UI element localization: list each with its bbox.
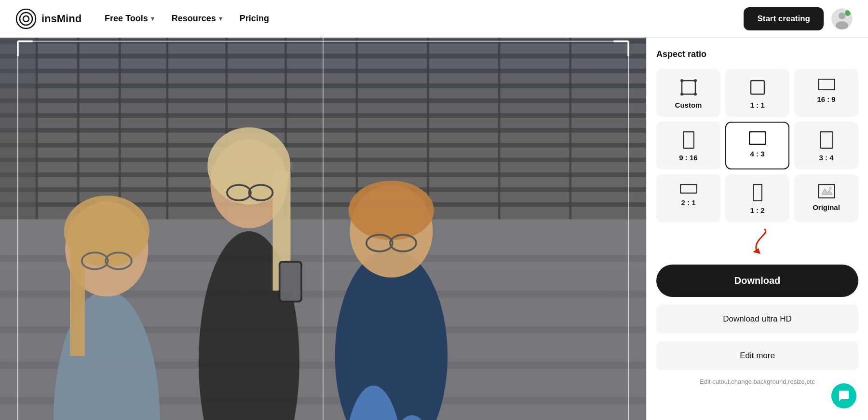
aspect-cell-9-16[interactable]: 9 : 16	[656, 122, 720, 169]
header: insMind Free Tools ▾ Resources ▾ Pricing…	[0, 0, 868, 38]
svg-point-1	[20, 13, 32, 25]
ratio-16-9-label: 16 : 9	[817, 95, 835, 103]
main-nav: Free Tools ▾ Resources ▾ Pricing	[105, 14, 744, 24]
aspect-cell-2-1[interactable]: 2 : 1	[656, 174, 720, 222]
svg-rect-33	[569, 38, 571, 219]
logo-text: insMind	[41, 13, 81, 25]
svg-rect-25	[77, 38, 80, 219]
svg-point-80	[694, 79, 697, 82]
download-button[interactable]: Download	[656, 265, 858, 297]
original-label: Original	[813, 203, 840, 211]
portrait-icon	[820, 131, 833, 149]
tall-icon	[683, 131, 694, 149]
svg-rect-27	[166, 38, 168, 219]
square-icon	[749, 79, 766, 96]
arrow-icon	[738, 227, 777, 256]
chevron-down-icon: ▾	[151, 15, 154, 22]
aspect-cell-16-9[interactable]: 16 : 9	[794, 69, 858, 117]
ultratall-icon	[753, 184, 762, 201]
photo-canvas[interactable]	[0, 38, 646, 420]
svg-point-81	[680, 93, 683, 96]
svg-rect-88	[680, 184, 697, 193]
logo-icon	[15, 8, 37, 29]
ratio-9-16-label: 9 : 16	[679, 154, 697, 162]
nav-resources[interactable]: Resources ▾	[172, 14, 222, 24]
edit-hint: Edit cutout,change background,resize,etc	[656, 378, 858, 385]
svg-rect-55	[280, 263, 300, 301]
panel-title: Aspect ratio	[656, 49, 858, 59]
edit-more-button[interactable]: Edit more	[656, 341, 858, 370]
chevron-down-icon: ▾	[219, 15, 222, 22]
svg-rect-78	[682, 81, 695, 94]
image-area	[0, 38, 646, 420]
download-uhd-button[interactable]: Download ultra HD	[656, 305, 858, 334]
logo-area[interactable]: insMind	[15, 8, 81, 29]
landscape-icon	[749, 131, 766, 145]
svg-rect-84	[818, 79, 835, 90]
start-creating-button[interactable]: Start creating	[744, 7, 824, 30]
svg-point-79	[680, 79, 683, 82]
custom-label: Custom	[675, 101, 702, 109]
svg-point-6	[845, 10, 851, 16]
ultrawide-icon	[680, 184, 697, 194]
aspect-cell-4-3[interactable]: 4 : 3	[725, 122, 789, 169]
svg-point-91	[829, 187, 832, 190]
nav-pricing[interactable]: Pricing	[240, 14, 269, 24]
nav-free-tools[interactable]: Free Tools ▾	[105, 14, 154, 24]
svg-rect-85	[683, 132, 694, 148]
svg-point-82	[694, 93, 697, 96]
svg-rect-87	[820, 132, 833, 148]
svg-rect-83	[751, 81, 764, 94]
header-right: Start creating	[744, 7, 853, 30]
chat-icon	[838, 390, 850, 402]
svg-point-58	[349, 181, 434, 240]
arrow-annotation	[656, 227, 858, 256]
svg-rect-24	[36, 38, 38, 219]
ratio-2-1-label: 2 : 1	[681, 198, 695, 207]
right-panel: Aspect ratio Custom 1 : 1	[646, 38, 868, 420]
ratio-1-2-label: 1 : 2	[750, 206, 764, 214]
ratio-3-4-label: 3 : 4	[819, 154, 833, 162]
aspect-ratio-grid: Custom 1 : 1 16 : 9 9 :	[656, 69, 858, 222]
aspect-cell-1-1[interactable]: 1 : 1	[725, 69, 789, 117]
user-avatar[interactable]	[831, 8, 853, 29]
svg-point-2	[23, 16, 29, 22]
svg-rect-32	[498, 38, 501, 219]
svg-rect-26	[119, 38, 121, 219]
svg-rect-89	[753, 184, 762, 201]
main-layout: Aspect ratio Custom 1 : 1	[0, 38, 868, 420]
aspect-cell-3-4[interactable]: 3 : 4	[794, 122, 858, 169]
svg-rect-30	[356, 38, 358, 219]
aspect-cell-1-2[interactable]: 1 : 2	[725, 174, 789, 222]
svg-rect-31	[427, 38, 429, 219]
custom-icon	[680, 79, 697, 96]
original-icon	[818, 184, 835, 198]
chat-bubble-button[interactable]	[831, 383, 856, 408]
aspect-cell-original[interactable]: Original	[794, 174, 858, 222]
ratio-4-3-label: 4 : 3	[750, 150, 764, 158]
wide-icon	[818, 79, 835, 90]
svg-rect-86	[749, 132, 766, 144]
svg-point-4	[839, 13, 845, 19]
ratio-1-1-label: 1 : 1	[750, 101, 764, 109]
aspect-cell-custom[interactable]: Custom	[656, 69, 720, 117]
